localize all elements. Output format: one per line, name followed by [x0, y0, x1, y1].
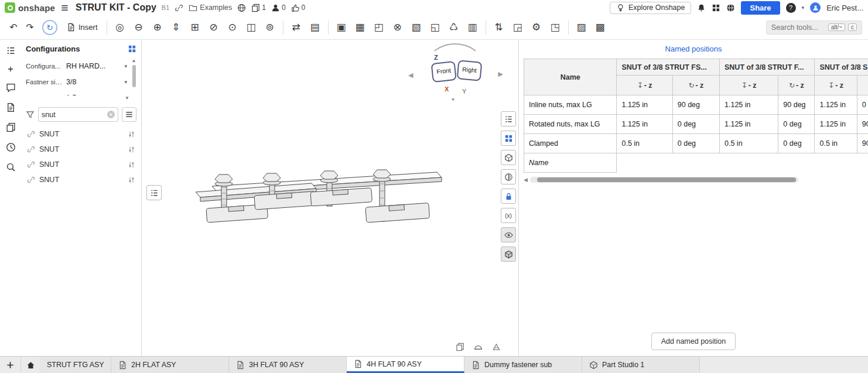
copies-stat[interactable]: 1: [251, 4, 266, 12]
filter-input[interactable]: [42, 111, 105, 119]
tool-group-icon[interactable]: ⊖: [130, 18, 148, 37]
tool-analysis-icon[interactable]: ⇅: [490, 18, 508, 37]
position-value-cell[interactable]: 0 deg: [778, 134, 815, 153]
new-position-name-field[interactable]: Name: [524, 153, 617, 173]
scrollbar-thumb[interactable]: [537, 177, 796, 182]
folder-breadcrumb[interactable]: Examples: [189, 4, 232, 12]
history-icon[interactable]: [6, 142, 16, 152]
position-value-cell[interactable]: 0 deg: [857, 95, 868, 115]
search-tools-input[interactable]: [771, 23, 825, 32]
filter-input-box[interactable]: ✕: [38, 107, 118, 122]
tool-bom-icon[interactable]: ▣: [333, 18, 350, 37]
position-value-cell[interactable]: 90 deg: [857, 134, 868, 153]
search-tools-box[interactable]: alt/~ c: [766, 20, 862, 35]
position-value-cell[interactable]: 90 deg: [672, 95, 719, 115]
configure-slider-icon[interactable]: [128, 131, 135, 138]
versions-icon[interactable]: [6, 122, 16, 132]
link-icon[interactable]: [175, 4, 183, 12]
tool-in-context-icon[interactable]: ⇄: [288, 18, 305, 37]
main-menu-icon[interactable]: [60, 4, 69, 12]
tool-measure-icon[interactable]: ◲: [509, 18, 527, 37]
insert-item-icon[interactable]: [7, 66, 14, 73]
rotate-right-icon[interactable]: ▶: [498, 70, 503, 78]
position-name-cell[interactable]: Rotated nuts, max LG: [524, 115, 617, 134]
configure-slider-icon[interactable]: [128, 161, 135, 169]
tool-simplify-icon[interactable]: ♺: [445, 18, 463, 37]
config-dropdown[interactable]: RH HARD... ▾: [65, 61, 128, 71]
position-value-cell[interactable]: 0 deg: [672, 115, 719, 134]
position-value-cell[interactable]: 1.125 in: [617, 95, 672, 115]
position-name-cell[interactable]: Inline nuts, max LG: [524, 95, 617, 115]
configuration-table-icon[interactable]: [128, 45, 136, 53]
tool-display-states-icon[interactable]: ▤: [306, 18, 324, 37]
position-value-cell[interactable]: 0 deg: [672, 134, 719, 153]
home-tab-button[interactable]: [21, 357, 40, 373]
position-value-cell[interactable]: 0 deg: [778, 115, 815, 134]
tab-4h-flat-90-asy[interactable]: 4H FLAT 90 ASY: [347, 357, 464, 373]
scrollbar-thumb[interactable]: [132, 65, 136, 87]
followers-stat[interactable]: 0: [271, 4, 286, 12]
tool-mate-icon[interactable]: ◎: [111, 18, 129, 37]
position-name-cell[interactable]: Clamped: [524, 134, 617, 153]
lock-view-button[interactable]: [501, 189, 516, 204]
assembly-tree-toggle-button[interactable]: [146, 185, 162, 200]
tool-mate-connector-icon[interactable]: ⊕: [149, 18, 166, 37]
position-value-cell[interactable]: 0.5 in: [617, 134, 672, 153]
list-item[interactable]: SNUT: [26, 142, 136, 157]
tab-3h-flat-90-asy[interactable]: 3H FLAT 90 ASY: [229, 357, 347, 373]
tool-end-cap-icon[interactable]: ◰: [370, 18, 388, 37]
rotate-down-icon[interactable]: ▾: [452, 96, 454, 102]
position-value-cell[interactable]: 0.5 in: [815, 134, 857, 153]
filter-funnel-icon[interactable]: [26, 110, 35, 119]
scroll-left-icon[interactable]: ◀: [524, 177, 528, 183]
tool-appearance-icon[interactable]: ▥: [464, 18, 481, 37]
list-item[interactable]: SNUT: [26, 126, 136, 142]
clear-filter-icon[interactable]: ✕: [107, 111, 115, 118]
help-icon[interactable]: ?: [786, 3, 796, 13]
scroll-down-icon[interactable]: ▼: [26, 95, 136, 102]
configure-slider-icon[interactable]: [128, 146, 135, 153]
tool-gusset-icon[interactable]: ⊗: [389, 18, 406, 37]
assembly-3d-model[interactable]: [196, 123, 506, 281]
undo-icon[interactable]: ↶: [6, 22, 21, 33]
tool-standard-content-icon[interactable]: ◫: [242, 18, 260, 37]
document-panel-icon[interactable]: [6, 102, 16, 112]
tool-drawing-icon[interactable]: ▨: [573, 18, 590, 37]
redo-icon[interactable]: ↷: [22, 22, 37, 33]
tool-move-icon[interactable]: ⇕: [168, 18, 185, 37]
tool-linear-pattern-icon[interactable]: ⊞: [186, 18, 204, 37]
likes-stat[interactable]: 0: [291, 4, 306, 12]
tool-replicate-icon[interactable]: ⊙: [224, 18, 241, 37]
share-button[interactable]: Share: [741, 1, 780, 15]
view-cube-right-face[interactable]: Right: [457, 60, 483, 81]
scale-icon[interactable]: [492, 343, 501, 351]
position-value-cell[interactable]: 1.125 in: [617, 115, 672, 134]
hidden-parts-button[interactable]: [501, 227, 516, 242]
tool-explode-icon[interactable]: ⊚: [261, 18, 279, 37]
3d-viewport[interactable]: Z Front Right ◀ ▶ X Y ▾: [142, 40, 518, 356]
feature-list-icon[interactable]: [6, 46, 16, 56]
config-dropdown[interactable]: 1.5 ▾: [65, 93, 128, 96]
search-panel-icon[interactable]: [6, 162, 16, 172]
add-tab-button[interactable]: [0, 357, 21, 373]
tool-report-icon[interactable]: ▩: [592, 18, 609, 37]
notifications-bell-icon[interactable]: [697, 4, 706, 12]
document-title[interactable]: STRUT KIT - Copy: [76, 2, 156, 13]
shaded-view-button[interactable]: [501, 247, 516, 262]
position-value-cell[interactable]: 1.125 in: [815, 115, 857, 134]
config-scrollbar[interactable]: ▲: [131, 58, 136, 88]
community-globe-icon[interactable]: [726, 4, 735, 12]
measure-button[interactable]: (x): [501, 208, 516, 223]
list-item[interactable]: SNUT: [26, 172, 136, 187]
scroll-up-icon[interactable]: ▲: [132, 58, 136, 64]
add-named-position-button[interactable]: Add named position: [651, 333, 736, 350]
list-item[interactable]: SNUT: [26, 157, 136, 172]
update-icon[interactable]: ↻: [42, 20, 57, 35]
config-dropdown[interactable]: 3/8 ▾: [65, 77, 128, 87]
position-value-cell[interactable]: 0.5 in: [720, 134, 778, 153]
user-avatar[interactable]: [810, 2, 821, 13]
horizontal-scrollbar[interactable]: ◀: [524, 177, 868, 183]
view-cube[interactable]: Z Front Right ◀ ▶ X Y ▾: [418, 42, 495, 108]
snapshot-icon[interactable]: [456, 343, 464, 351]
position-value-cell[interactable]: 1.125 in: [815, 95, 857, 115]
